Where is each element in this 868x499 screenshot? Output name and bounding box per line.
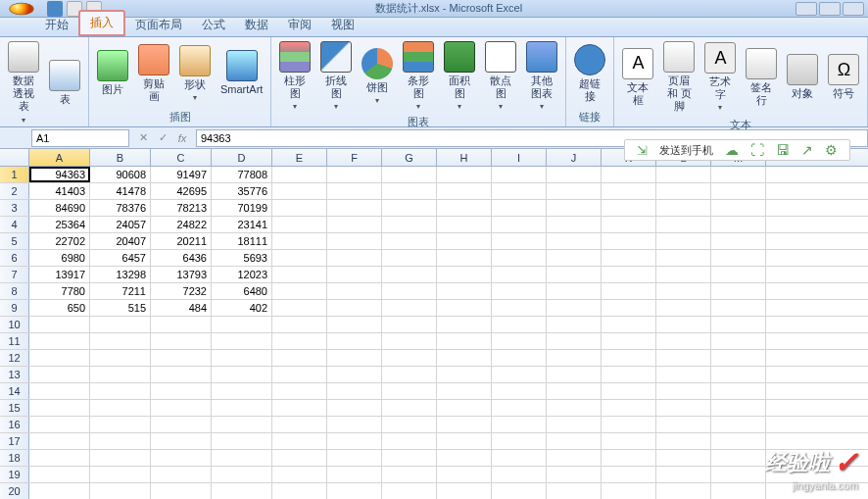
wordart-button[interactable]: A艺术字▾: [702, 40, 738, 114]
cell[interactable]: [437, 433, 492, 449]
cell[interactable]: [711, 200, 766, 216]
cell[interactable]: [711, 333, 766, 349]
cell[interactable]: [711, 183, 766, 199]
cell[interactable]: [547, 333, 602, 349]
cell[interactable]: [547, 183, 602, 199]
cell[interactable]: [272, 233, 327, 249]
cell[interactable]: [602, 450, 656, 466]
clipart-button[interactable]: 剪贴画: [136, 42, 171, 105]
cell[interactable]: [272, 283, 327, 299]
cell[interactable]: 13793: [151, 267, 212, 282]
cell[interactable]: [492, 200, 547, 216]
cell[interactable]: 42695: [151, 183, 212, 199]
cell[interactable]: [711, 167, 766, 182]
column-header[interactable]: A: [29, 149, 90, 166]
cell[interactable]: [492, 267, 547, 282]
cell[interactable]: 84690: [29, 200, 90, 216]
cell[interactable]: [212, 483, 272, 499]
cell[interactable]: [547, 417, 602, 432]
cancel-icon[interactable]: ✕: [135, 130, 151, 146]
row-header[interactable]: 13: [0, 367, 29, 382]
cell[interactable]: [711, 233, 766, 249]
cell[interactable]: [656, 300, 711, 316]
cell[interactable]: [212, 317, 272, 332]
cell[interactable]: 22702: [29, 233, 90, 249]
send-phone-icon[interactable]: ⇲: [637, 143, 648, 158]
cell[interactable]: [272, 217, 327, 232]
cell[interactable]: [382, 400, 437, 416]
cell[interactable]: [212, 450, 272, 466]
cell[interactable]: [212, 350, 272, 366]
cell[interactable]: [656, 367, 711, 382]
column-header[interactable]: E: [272, 149, 327, 166]
cell[interactable]: [711, 483, 766, 499]
cell[interactable]: [492, 250, 547, 266]
cell[interactable]: [272, 267, 327, 282]
cloud-icon[interactable]: ☁: [725, 142, 739, 158]
cell[interactable]: [212, 383, 272, 399]
cell[interactable]: [90, 483, 151, 499]
other-chart-button[interactable]: 其他图表▾: [524, 39, 559, 113]
table-button[interactable]: 表: [47, 58, 82, 108]
cell[interactable]: [327, 450, 382, 466]
row-header[interactable]: 8: [0, 283, 29, 299]
cell[interactable]: [547, 350, 602, 366]
signature-button[interactable]: 签名行: [744, 46, 779, 109]
cell[interactable]: 25364: [29, 217, 90, 232]
row-header[interactable]: 17: [0, 433, 29, 449]
row-header[interactable]: 4: [0, 217, 29, 232]
cell[interactable]: [547, 233, 602, 249]
row-header[interactable]: 16: [0, 417, 29, 432]
cell[interactable]: [382, 233, 437, 249]
cell[interactable]: [151, 383, 212, 399]
cell[interactable]: [437, 300, 492, 316]
cell[interactable]: [711, 217, 766, 232]
cell[interactable]: [327, 217, 382, 232]
cell[interactable]: [382, 250, 437, 266]
cell[interactable]: [151, 433, 212, 449]
cell[interactable]: [437, 217, 492, 232]
cell[interactable]: [547, 250, 602, 266]
cell[interactable]: [711, 383, 766, 399]
column-header[interactable]: H: [437, 149, 492, 166]
cell[interactable]: [90, 367, 151, 382]
tab-home[interactable]: 开始: [35, 14, 78, 36]
cell[interactable]: 402: [212, 300, 272, 316]
cell[interactable]: 7232: [151, 283, 212, 299]
cell[interactable]: [547, 200, 602, 216]
close-button[interactable]: [843, 2, 864, 16]
cell[interactable]: [656, 350, 711, 366]
minimize-button[interactable]: [796, 2, 817, 16]
cell[interactable]: [272, 200, 327, 216]
cell[interactable]: 78213: [151, 200, 212, 216]
cell[interactable]: 23141: [212, 217, 272, 232]
cell[interactable]: [711, 417, 766, 432]
column-header[interactable]: J: [547, 149, 602, 166]
cell[interactable]: [29, 483, 90, 499]
cell[interactable]: [437, 383, 492, 399]
cell[interactable]: [656, 183, 711, 199]
cell[interactable]: [492, 483, 547, 499]
cell[interactable]: 6436: [151, 250, 212, 266]
cell[interactable]: [437, 417, 492, 432]
cell[interactable]: [90, 467, 151, 482]
cell[interactable]: [212, 367, 272, 382]
cell[interactable]: [711, 450, 766, 466]
cell[interactable]: 24822: [151, 217, 212, 232]
tab-data[interactable]: 数据: [235, 14, 278, 36]
cell[interactable]: [327, 483, 382, 499]
cell[interactable]: [29, 467, 90, 482]
row-header[interactable]: 12: [0, 350, 29, 366]
cell[interactable]: [272, 167, 327, 182]
cell[interactable]: 24057: [90, 217, 151, 232]
cell[interactable]: [492, 167, 547, 182]
row-header[interactable]: 18: [0, 450, 29, 466]
row-header[interactable]: 6: [0, 250, 29, 266]
cell[interactable]: [656, 250, 711, 266]
expand-icon[interactable]: ⛶: [750, 142, 764, 158]
cell[interactable]: [327, 350, 382, 366]
hyperlink-button[interactable]: 超链接: [572, 42, 607, 105]
bar-chart-button[interactable]: 条形图▾: [401, 39, 436, 113]
cell[interactable]: [711, 267, 766, 282]
pivot-table-button[interactable]: 数据 透视表▾: [6, 39, 41, 126]
